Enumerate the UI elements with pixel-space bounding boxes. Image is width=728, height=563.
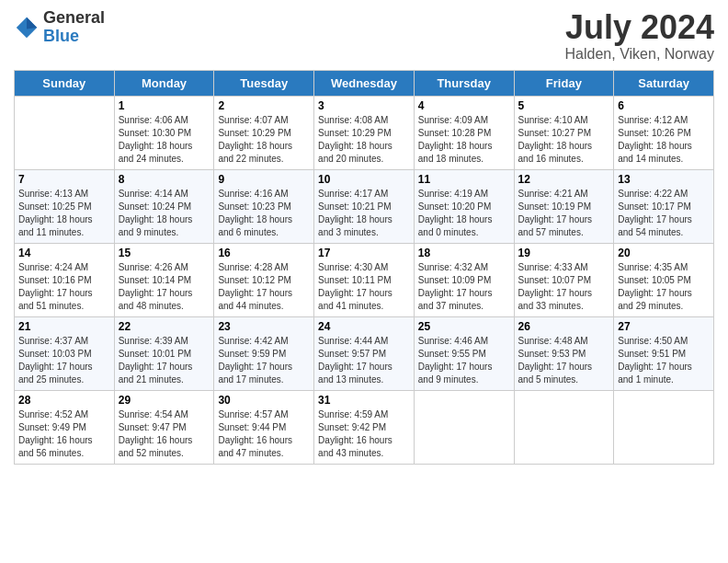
calendar-cell: 18 Sunrise: 4:32 AMSunset: 10:09 PMDayli… [414, 243, 514, 316]
calendar-cell: 2 Sunrise: 4:07 AMSunset: 10:29 PMDaylig… [214, 96, 314, 169]
svg-marker-1 [27, 17, 37, 29]
day-number: 1 [119, 99, 210, 112]
cell-info: Sunrise: 4:46 AMSunset: 9:55 PMDaylight:… [418, 336, 493, 385]
cell-info: Sunrise: 4:17 AMSunset: 10:21 PMDaylight… [318, 189, 392, 237]
location-text: Halden, Viken, Norway [565, 46, 714, 63]
day-number: 14 [18, 247, 110, 259]
calendar-cell: 13 Sunrise: 4:22 AMSunset: 10:17 PMDayli… [614, 169, 714, 243]
day-number: 23 [218, 320, 310, 333]
calendar-cell: 10 Sunrise: 4:17 AMSunset: 10:21 PMDayli… [314, 169, 415, 243]
day-number: 16 [218, 247, 310, 259]
day-number: 10 [318, 173, 410, 186]
day-number: 28 [18, 394, 110, 407]
calendar-cell: 1 Sunrise: 4:06 AMSunset: 10:30 PMDaylig… [114, 96, 214, 169]
calendar-cell: 5 Sunrise: 4:10 AMSunset: 10:27 PMDaylig… [514, 96, 614, 169]
calendar-week-4: 21 Sunrise: 4:37 AMSunset: 10:03 PMDayli… [15, 316, 714, 390]
cell-info: Sunrise: 4:59 AMSunset: 9:42 PMDaylight:… [318, 409, 392, 458]
cell-info: Sunrise: 4:21 AMSunset: 10:19 PMDaylight… [518, 189, 593, 237]
calendar-cell: 29 Sunrise: 4:54 AMSunset: 9:47 PMDaylig… [114, 390, 214, 464]
calendar-cell: 15 Sunrise: 4:26 AMSunset: 10:14 PMDayli… [114, 243, 214, 316]
cell-info: Sunrise: 4:57 AMSunset: 9:44 PMDaylight:… [218, 409, 292, 458]
cell-info: Sunrise: 4:13 AMSunset: 10:25 PMDaylight… [18, 189, 93, 237]
calendar-cell: 11 Sunrise: 4:19 AMSunset: 10:20 PMDayli… [414, 169, 514, 243]
day-number: 2 [218, 99, 310, 112]
cell-info: Sunrise: 4:50 AMSunset: 9:51 PMDaylight:… [618, 336, 692, 385]
cell-info: Sunrise: 4:37 AMSunset: 10:03 PMDaylight… [18, 336, 93, 385]
cell-info: Sunrise: 4:42 AMSunset: 9:59 PMDaylight:… [218, 336, 292, 385]
cell-info: Sunrise: 4:08 AMSunset: 10:29 PMDaylight… [318, 115, 392, 164]
calendar-cell: 6 Sunrise: 4:12 AMSunset: 10:26 PMDaylig… [614, 96, 714, 169]
cell-info: Sunrise: 4:44 AMSunset: 9:57 PMDaylight:… [318, 336, 392, 385]
calendar-cell: 3 Sunrise: 4:08 AMSunset: 10:29 PMDaylig… [314, 96, 415, 169]
day-number: 25 [418, 320, 510, 333]
day-number: 4 [418, 99, 510, 112]
cell-info: Sunrise: 4:30 AMSunset: 10:11 PMDaylight… [318, 262, 392, 311]
calendar-week-3: 14 Sunrise: 4:24 AMSunset: 10:16 PMDayli… [15, 243, 714, 316]
cell-info: Sunrise: 4:48 AMSunset: 9:53 PMDaylight:… [518, 336, 593, 385]
cell-info: Sunrise: 4:16 AMSunset: 10:23 PMDaylight… [218, 189, 292, 237]
day-number: 9 [218, 173, 310, 186]
calendar-cell [414, 390, 514, 464]
day-number: 11 [418, 173, 510, 186]
cell-info: Sunrise: 4:09 AMSunset: 10:28 PMDaylight… [418, 115, 493, 164]
calendar-week-5: 28 Sunrise: 4:52 AMSunset: 9:49 PMDaylig… [15, 390, 714, 464]
day-number: 29 [119, 394, 210, 407]
calendar-cell: 7 Sunrise: 4:13 AMSunset: 10:25 PMDaylig… [15, 169, 115, 243]
day-number: 19 [518, 247, 610, 259]
cell-info: Sunrise: 4:06 AMSunset: 10:30 PMDaylight… [119, 115, 193, 164]
day-number: 17 [318, 247, 410, 259]
logo: General Blue [14, 9, 105, 46]
calendar-cell: 31 Sunrise: 4:59 AMSunset: 9:42 PMDaylig… [314, 390, 415, 464]
weekday-header-saturday: Saturday [614, 70, 714, 96]
cell-info: Sunrise: 4:19 AMSunset: 10:20 PMDaylight… [418, 189, 493, 237]
title-block: July 2024 Halden, Viken, Norway [565, 9, 714, 63]
cell-info: Sunrise: 4:26 AMSunset: 10:14 PMDaylight… [119, 262, 193, 311]
calendar-cell: 19 Sunrise: 4:33 AMSunset: 10:07 PMDayli… [514, 243, 614, 316]
calendar-cell: 8 Sunrise: 4:14 AMSunset: 10:24 PMDaylig… [114, 169, 214, 243]
calendar-cell: 14 Sunrise: 4:24 AMSunset: 10:16 PMDayli… [15, 243, 115, 316]
cell-info: Sunrise: 4:33 AMSunset: 10:07 PMDaylight… [518, 262, 593, 311]
day-number: 12 [518, 173, 610, 186]
cell-info: Sunrise: 4:28 AMSunset: 10:12 PMDaylight… [218, 262, 292, 311]
logo-icon [14, 15, 40, 40]
page-header: General Blue July 2024 Halden, Viken, No… [14, 9, 714, 63]
logo-general-text: General [43, 9, 105, 28]
calendar-cell: 25 Sunrise: 4:46 AMSunset: 9:55 PMDaylig… [414, 316, 514, 390]
cell-info: Sunrise: 4:52 AMSunset: 9:49 PMDaylight:… [18, 409, 93, 458]
calendar-cell: 20 Sunrise: 4:35 AMSunset: 10:05 PMDayli… [614, 243, 714, 316]
calendar-cell: 22 Sunrise: 4:39 AMSunset: 10:01 PMDayli… [114, 316, 214, 390]
cell-info: Sunrise: 4:32 AMSunset: 10:09 PMDaylight… [418, 262, 493, 311]
logo-blue-text: Blue [43, 28, 105, 46]
cell-info: Sunrise: 4:24 AMSunset: 10:16 PMDaylight… [18, 262, 93, 311]
calendar-week-2: 7 Sunrise: 4:13 AMSunset: 10:25 PMDaylig… [15, 169, 714, 243]
day-number: 20 [618, 247, 710, 259]
weekday-header-friday: Friday [514, 70, 614, 96]
calendar-week-1: 1 Sunrise: 4:06 AMSunset: 10:30 PMDaylig… [15, 96, 714, 169]
cell-info: Sunrise: 4:22 AMSunset: 10:17 PMDaylight… [618, 189, 692, 237]
day-number: 3 [318, 99, 410, 112]
weekday-header-monday: Monday [114, 70, 214, 96]
day-number: 22 [119, 320, 210, 333]
weekday-header-wednesday: Wednesday [314, 70, 415, 96]
day-number: 6 [618, 99, 710, 112]
day-number: 7 [18, 173, 110, 186]
calendar-cell: 28 Sunrise: 4:52 AMSunset: 9:49 PMDaylig… [15, 390, 115, 464]
weekday-header-tuesday: Tuesday [214, 70, 314, 96]
day-number: 26 [518, 320, 610, 333]
day-number: 18 [418, 247, 510, 259]
calendar-cell [514, 390, 614, 464]
day-number: 31 [318, 394, 410, 407]
month-year-title: July 2024 [565, 9, 714, 46]
calendar-cell: 27 Sunrise: 4:50 AMSunset: 9:51 PMDaylig… [614, 316, 714, 390]
calendar-cell: 12 Sunrise: 4:21 AMSunset: 10:19 PMDayli… [514, 169, 614, 243]
day-number: 8 [119, 173, 210, 186]
cell-info: Sunrise: 4:07 AMSunset: 10:29 PMDaylight… [218, 115, 292, 164]
day-number: 21 [18, 320, 110, 333]
day-number: 27 [618, 320, 710, 333]
calendar-cell: 26 Sunrise: 4:48 AMSunset: 9:53 PMDaylig… [514, 316, 614, 390]
calendar-cell: 30 Sunrise: 4:57 AMSunset: 9:44 PMDaylig… [214, 390, 314, 464]
calendar-cell: 9 Sunrise: 4:16 AMSunset: 10:23 PMDaylig… [214, 169, 314, 243]
weekday-header-sunday: Sunday [15, 70, 115, 96]
day-number: 30 [218, 394, 310, 407]
calendar-cell: 17 Sunrise: 4:30 AMSunset: 10:11 PMDayli… [314, 243, 415, 316]
